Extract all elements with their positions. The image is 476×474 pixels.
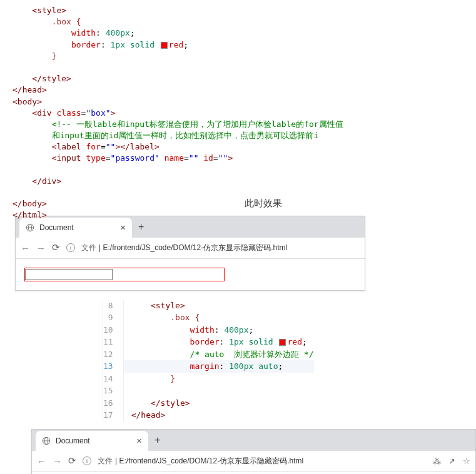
text: class [56,108,81,118]
file-explorer-edge: .html .html [0,421,15,474]
comment-text: <!-- 一般lable和input标签混合使用，为了增加用户体验lable的f… [52,119,343,129]
text: </head> [13,85,47,94]
editor-sidebar [0,300,103,421]
translate-icon[interactable]: ⁂ [433,456,441,466]
tab-bar: Document × + [32,430,475,451]
color-swatch-red [161,42,168,49]
info-icon[interactable]: i [66,243,75,252]
address-bar: ← → ⟳ i 文件| E:/frontend/JS_code/DOM/12-仿… [16,238,365,259]
text: <style> [32,6,66,15]
text: "" [218,153,228,163]
text: 400px [106,28,130,38]
comment-text: 和input里面的id属性值一样时，比如性别选择中，点击男就可以选择前i [52,131,319,140]
effect-caption-1: 此时效果 [88,198,438,209]
text: > [111,108,116,118]
text: id [203,153,213,163]
close-icon[interactable]: × [120,222,126,233]
code-snippet-top: <style> .box { width: 400px; border: 1px… [0,0,476,209]
browser-tab[interactable]: Document × [36,431,148,451]
info-icon[interactable]: i [83,456,91,465]
text: 1px solid [111,40,154,49]
forward-button[interactable]: → [53,456,62,466]
reload-button[interactable]: ⟳ [68,455,76,466]
text: <body> [13,97,42,106]
url-display[interactable]: 文件| E:/frontend/JS_code/DOM/12-仿京东显示隐藏密码… [98,456,303,466]
code-block-2: 891011121314151617 <style> .box { width:… [103,300,476,421]
password-input[interactable] [25,269,113,280]
address-bar: ← → ⟳ i 文件| E:/frontend/JS_code/DOM/12-仿… [32,451,475,472]
text: <div [32,108,51,118]
text: <input [52,153,81,163]
text: </div> [32,176,61,186]
text: name [165,153,184,163]
globe-icon [42,436,51,445]
text: width [71,28,96,38]
url-display[interactable]: 文件| E:/frontend/JS_code/DOM/12-仿京东显示隐藏密码… [81,243,287,253]
tab-title: Document [56,436,90,445]
viewport-1 [16,259,365,290]
text: } [52,51,57,61]
color-swatch-red [279,339,286,346]
browser-tab[interactable]: Document × [19,218,132,238]
share-icon[interactable]: ↗ [448,456,455,466]
demo-box [24,268,225,281]
line-numbers: 891011121314151617 [103,300,123,421]
text: type [86,153,105,163]
text: .box { [52,17,81,26]
browser-window-2: Document × + ← → ⟳ i 文件| E:/frontend/JS_… [31,429,476,474]
reload-button[interactable]: ⟳ [52,242,60,253]
globe-icon [26,223,34,232]
tab-title: Document [39,223,74,232]
browser-window-1: Document × + ← → ⟳ i 文件| E:/frontend/JS_… [15,216,365,291]
star-icon[interactable]: ☆ [463,456,470,466]
text: border [71,40,101,49]
code-block-1: <style> .box { width: 400px; border: 1px… [0,3,476,224]
tab-bar: Document × + [16,216,365,238]
new-tab-button[interactable]: + [148,435,166,446]
text: </body> [13,199,47,208]
highlighted-line: margin: 100px auto; [124,360,314,373]
new-tab-button[interactable]: + [132,221,150,233]
close-icon[interactable]: × [136,435,142,446]
text: "" [189,153,199,163]
text: "box" [86,108,110,118]
forward-button[interactable]: → [36,243,46,253]
viewport-2: 此时的效果 [32,472,475,474]
text: red [169,40,183,49]
back-button[interactable]: ← [21,243,30,253]
back-button[interactable]: ← [37,456,46,466]
text: "password" [111,153,160,163]
text: </style> [32,74,71,83]
comment-text: /* auto 浏览器计算外边距 */ [190,350,314,359]
text: > [228,153,233,163]
